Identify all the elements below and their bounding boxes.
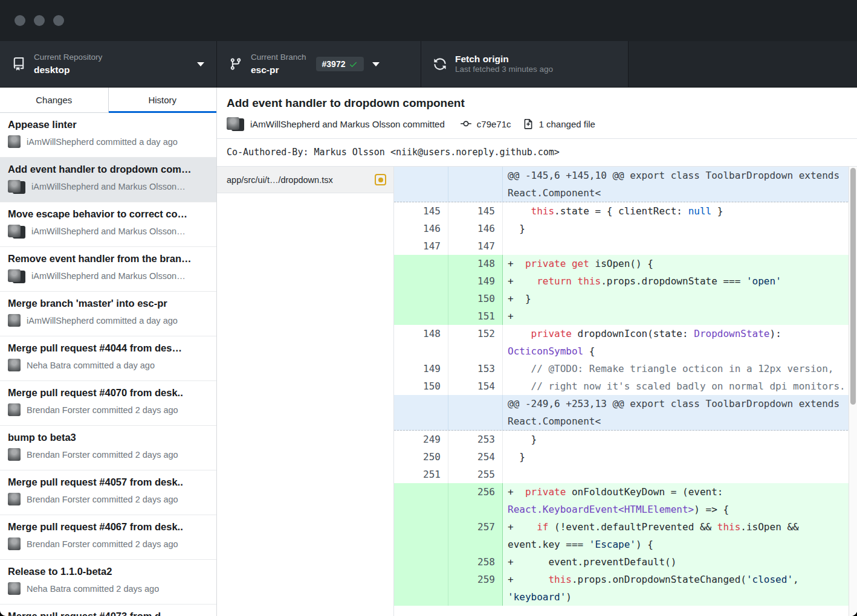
changed-files-count: 1 changed file <box>539 119 595 129</box>
diff-line-row: 151+ <box>394 307 857 325</box>
diff-scrollbar-thumb[interactable] <box>850 168 856 405</box>
app-window: Current Repository desktop Current Branc… <box>0 0 857 616</box>
check-icon <box>349 60 358 69</box>
commit-item-meta: Brendan Forster committed 2 days ago <box>8 403 208 417</box>
diff-line-row: 149153 // @TODO: Remake triangle octicon… <box>394 360 857 377</box>
commit-list-item[interactable]: Remove event handler from the bran…iAmWi… <box>0 247 216 292</box>
new-line-number: 147 <box>448 237 503 255</box>
commit-detail-panel: Add event handler to dropdown component … <box>217 88 857 616</box>
old-line-number <box>394 518 448 553</box>
avatar <box>227 117 245 130</box>
commit-item-title: Remove event handler from the bran… <box>8 253 208 265</box>
commit-item-title: Add event handler to dropdown com… <box>8 164 208 175</box>
commit-item-meta: iAmWillShepherd and Markus Olsson… <box>8 269 208 283</box>
fetch-origin-label: Fetch origin <box>455 53 553 65</box>
git-commit-icon <box>461 118 471 129</box>
diff-code: // @TODO: Remake triangle octicon in a 1… <box>503 360 857 377</box>
current-repository-button[interactable]: Current Repository desktop <box>0 41 217 87</box>
commit-item-title: Merge pull request #4070 from desk.. <box>8 387 208 399</box>
diff-code: @@ -145,6 +145,10 @@ export class Toolba… <box>503 167 857 202</box>
close-button[interactable] <box>15 15 25 26</box>
pr-status-badge: #3972 <box>316 57 364 71</box>
commit-item-byline: iAmWillShepherd committed a day ago <box>27 316 178 326</box>
diff-line-row: 150+ } <box>394 290 857 307</box>
fetch-origin-button[interactable]: Fetch origin Last fetched 3 minutes ago <box>421 41 629 87</box>
current-branch-label: Current Branch <box>251 53 306 63</box>
commit-item-byline: Brendan Forster committed 2 days ago <box>27 539 178 549</box>
minimize-button[interactable] <box>34 15 45 26</box>
diff-view: @@ -145,6 +145,10 @@ export class Toolba… <box>394 167 857 616</box>
diff-line-row: 257+ if (!event.defaultPrevented && this… <box>394 518 857 553</box>
commit-list-item[interactable]: Merge pull request #4073 from d… <box>0 605 216 616</box>
current-repository-label: Current Repository <box>34 53 102 63</box>
old-line-number: 251 <box>394 466 448 483</box>
file-path: app/src/ui/t…/dropdown.tsx <box>227 175 369 185</box>
toolbar: Current Repository desktop Current Branc… <box>0 41 857 88</box>
changed-file-icon <box>523 118 534 129</box>
commit-item-byline: Brendan Forster committed 2 days ago <box>27 495 178 504</box>
file-list-item[interactable]: app/src/ui/t…/dropdown.tsx <box>217 167 393 193</box>
current-repository-value: desktop <box>34 64 102 75</box>
commit-list-item[interactable]: Appease linteriAmWillShepherd committed … <box>0 113 216 158</box>
fullscreen-button[interactable] <box>53 15 64 26</box>
diff-code: + } <box>503 290 857 307</box>
diff-code: private dropdownIcon(state: DropdownStat… <box>503 325 857 360</box>
commit-list-item[interactable]: bump to beta3Brendan Forster committed 2… <box>0 426 216 470</box>
diff-code: this.state = { clientRect: null } <box>503 202 857 220</box>
diff-code: @@ -249,6 +253,13 @@ export class Toolba… <box>503 395 857 430</box>
commit-list-item[interactable]: Move escape behavior to correct co…iAmWi… <box>0 202 216 247</box>
commit-item-byline: iAmWillShepherd and Markus Olsson… <box>31 226 186 236</box>
diff-code: + return this.props.dropdownState === 'o… <box>503 272 857 290</box>
diff-code: + this.props.onDropdownStateChanged('clo… <box>503 571 857 606</box>
old-line-number <box>394 290 448 307</box>
commit-item-meta: iAmWillShepherd committed a day ago <box>8 314 208 327</box>
diff-line-row: 150154 // right now it's scaled badly on… <box>394 377 857 395</box>
diff-line-row: 249253 } <box>394 431 857 448</box>
new-line-number <box>448 395 503 430</box>
diff-rows: @@ -145,6 +145,10 @@ export class Toolba… <box>394 167 857 606</box>
new-line-number: 255 <box>448 466 503 483</box>
commit-item-byline: iAmWillShepherd and Markus Olsson… <box>31 182 186 191</box>
new-line-number: 152 <box>448 325 503 360</box>
fetch-origin-sublabel: Last fetched 3 minutes ago <box>455 65 553 75</box>
diff-code: + <box>503 307 857 325</box>
commit-byline: iAmWillShepherd and Markus Olsson commit… <box>250 119 445 129</box>
commit-list: Appease linteriAmWillShepherd committed … <box>0 113 216 616</box>
old-line-number <box>394 167 448 202</box>
tab-changes[interactable]: Changes <box>0 88 109 112</box>
new-line-number: 148 <box>448 255 503 272</box>
avatar <box>8 180 26 193</box>
diff-code: } <box>503 220 857 237</box>
sidebar-tabs: Changes History <box>0 88 216 113</box>
commit-list-item[interactable]: Merge pull request #4070 from desk..Bren… <box>0 381 216 426</box>
commit-list-item[interactable]: Merge pull request #4044 from des…Neha B… <box>0 336 216 381</box>
current-branch-value: esc-pr <box>251 64 306 75</box>
old-line-number: 148 <box>394 325 448 360</box>
tab-history[interactable]: History <box>109 88 217 112</box>
current-branch-button[interactable]: Current Branch esc-pr #3972 <box>217 41 421 87</box>
chevron-down-icon <box>197 62 204 66</box>
diff-code: + event.preventDefault() <box>503 553 857 571</box>
commit-list-item[interactable]: Release to 1.1.0-beta2Neha Batra committ… <box>0 560 216 605</box>
diff-code <box>503 466 857 483</box>
chevron-down-icon <box>372 62 380 66</box>
commit-header: Add event handler to dropdown component … <box>217 88 857 139</box>
new-line-number: 149 <box>448 272 503 290</box>
commit-list-item[interactable]: Merge branch 'master' into esc-priAmWill… <box>0 292 216 336</box>
commit-list-item[interactable]: Merge pull request #4067 from desk..Bren… <box>0 515 216 560</box>
commit-list-item[interactable]: Merge pull request #4057 from desk..Bren… <box>0 470 216 515</box>
commit-item-byline: Brendan Forster committed 2 days ago <box>27 450 178 460</box>
diff-line-row: 149+ return this.props.dropdownState ===… <box>394 272 857 290</box>
commit-list-item[interactable]: Add event handler to dropdown com…iAmWil… <box>0 158 216 202</box>
old-line-number: 150 <box>394 377 448 395</box>
new-line-number: 153 <box>448 360 503 377</box>
diff-line-row: 146146 } <box>394 220 857 237</box>
diff-line-row: 258+ event.preventDefault() <box>394 553 857 571</box>
avatar <box>8 359 21 372</box>
old-line-number <box>394 395 448 430</box>
new-line-number: 257 <box>448 518 503 553</box>
pr-number: #3972 <box>322 59 346 69</box>
titlebar <box>0 0 857 41</box>
diff-scrollbar[interactable] <box>849 167 857 616</box>
commit-item-meta: Neha Batra committed 2 days ago <box>8 582 208 595</box>
